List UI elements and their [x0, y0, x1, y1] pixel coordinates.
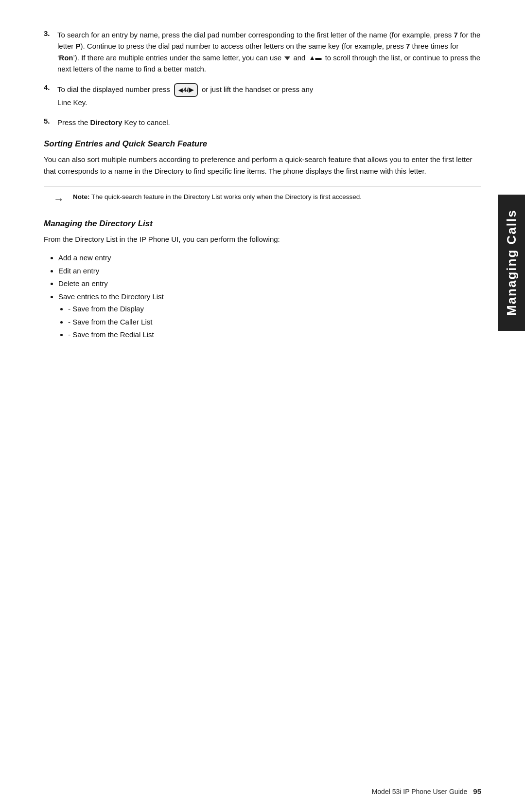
sub-save-caller: Save from the Caller List [68, 316, 481, 328]
bullet-add: Add a new entry [58, 252, 481, 264]
bullet-edit: Edit an entry [58, 265, 481, 277]
sorting-heading: Sorting Entries and Quick Search Feature [44, 139, 481, 149]
sidebar-tab: Managing Calls [498, 195, 525, 331]
sidebar-label: Managing Calls [504, 210, 519, 316]
directory-keyword: Directory [90, 118, 122, 126]
step-3-content: To search for an entry by name, press th… [57, 29, 481, 74]
page: 3. To search for an entry by name, press… [0, 0, 525, 812]
bold-7b: 7 [406, 42, 410, 50]
dial-button-label: 4/▶ [183, 85, 193, 95]
footer-page-number: 95 [473, 787, 481, 795]
managing-intro: From the Directory List in the IP Phone … [44, 234, 481, 245]
step-5-content: Press the Directory Key to cancel. [57, 117, 481, 128]
person-up-icon: ▲▬ [309, 53, 322, 63]
bold-p: P [76, 42, 81, 50]
managing-bullets: Add a new entry Edit an entry Delete an … [58, 252, 481, 341]
sub-bullets: Save from the Display Save from the Call… [68, 303, 481, 341]
note-content: Note: The quick-search feature in the Di… [73, 192, 362, 202]
step-4-number: 4. [44, 83, 57, 108]
bullet-save: Save entries to the Directory List Save … [58, 291, 481, 341]
step-5: 5. Press the Directory Key to cancel. [44, 117, 481, 128]
sorting-body: You can also sort multiple numbers accor… [44, 154, 481, 177]
step-4-content: To dial the displayed number press ◀ 4/▶… [57, 83, 481, 108]
note-box: → Note: The quick-search feature in the … [44, 186, 481, 208]
managing-heading: Managing the Directory List [44, 219, 481, 229]
dial-arrow-left: ◀ [178, 86, 182, 94]
step-3: 3. To search for an entry by name, press… [44, 29, 481, 74]
down-arrow-icon [284, 56, 290, 60]
dial-button: ◀ 4/▶ [174, 83, 198, 97]
note-arrow-icon: → [53, 193, 64, 206]
sub-save-redial: Save from the Redial List [68, 329, 481, 341]
step-5-number: 5. [44, 117, 57, 128]
bold-ron: Ron [59, 54, 73, 62]
footer-model: Model 53i IP Phone User Guide [372, 788, 468, 795]
bullet-delete: Delete an entry [58, 278, 481, 290]
sub-save-display: Save from the Display [68, 303, 481, 315]
note-text: The quick-search feature in the Director… [91, 193, 362, 200]
note-label: Note: [73, 193, 90, 200]
step-3-number: 3. [44, 29, 57, 74]
step-4: 4. To dial the displayed number press ◀ … [44, 83, 481, 108]
footer: Model 53i IP Phone User Guide 95 [0, 787, 525, 795]
bold-7: 7 [454, 31, 457, 39]
